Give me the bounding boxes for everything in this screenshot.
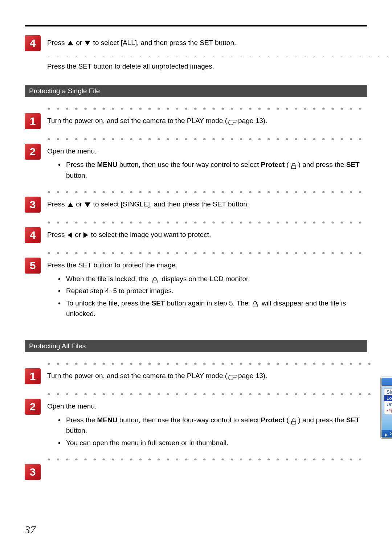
divider-dots: ● ● ● ● ● ● ● ● ● ● ● ● ● ● ● ● ● ● ● ● …: [47, 105, 367, 110]
text: (: [285, 416, 289, 424]
triangle-right-icon: [83, 232, 88, 238]
camera-menu: Single Lock all Unlock all •↰: [384, 389, 392, 414]
text-bold: MENU: [97, 161, 118, 168]
bullet-item: Press the MENU button, then use the four…: [58, 159, 367, 181]
lock-icon: [251, 300, 259, 307]
step-number: 1: [25, 368, 41, 384]
text: Turn the power on, and set the camera to…: [47, 117, 227, 124]
text: button, then use the four-way control to…: [118, 416, 261, 424]
text: Press: [47, 200, 67, 208]
bullet-list: Press the MENU button, then use the four…: [58, 415, 373, 448]
step-number: 4: [25, 35, 41, 51]
text-bold: Protect: [261, 416, 285, 424]
text-bold: SET: [346, 416, 360, 424]
step-text: Open the menu. Press the MENU button, th…: [47, 144, 367, 182]
camera-menu-unlockall: Unlock all: [384, 401, 392, 407]
text: (: [285, 161, 289, 168]
lock-icon: [290, 417, 298, 424]
text: button, then use the four-way control to…: [118, 161, 261, 168]
step-heading: Press the SET button to protect the imag…: [47, 260, 367, 270]
step-text: Press or to select the image you want to…: [47, 227, 367, 240]
triangle-up-icon: [68, 41, 73, 45]
text-bold: Protect: [261, 161, 285, 168]
svg-rect-2: [253, 304, 257, 307]
bullet-item: You can open the menu in full screen or …: [58, 438, 373, 448]
text: to select [ALL], and then press the SET …: [93, 39, 236, 46]
lock-icon: [290, 162, 298, 168]
text: Turn the power on, and set the camera to…: [47, 372, 227, 379]
camera-menu-lockall: Lock all: [384, 395, 392, 401]
text-bold: SET: [152, 299, 165, 307]
step-text: Press the SET button to protect the imag…: [47, 258, 367, 320]
text: page 13).: [238, 117, 267, 124]
text: or: [76, 39, 84, 46]
lock-icon: [151, 276, 159, 283]
text: button.: [66, 427, 87, 434]
divider-dots: ● ● ● ● ● ● ● ● ● ● ● ● ● ● ● ● ● ● ● ● …: [47, 456, 367, 460]
text-bold: MENU: [97, 416, 118, 424]
step-number: 5: [25, 258, 41, 274]
step-number: 4: [25, 227, 41, 243]
page-content: 4 Press or to select [ALL], and then pre…: [25, 25, 367, 480]
text: When the file is locked, the: [66, 275, 150, 283]
text: displays on the LCD monitor.: [160, 275, 250, 283]
bullet-item: Press the MENU button, then use the four…: [58, 415, 373, 436]
text: Press: [47, 39, 67, 46]
step-number: 3: [25, 464, 41, 480]
bullet-item: To unlock the file, press the SET button…: [58, 298, 367, 319]
bullet-item: When the file is locked, the displays on…: [58, 274, 367, 284]
step-text: Press or to select [ALL], and then press…: [47, 35, 392, 72]
step-all-1: 1 Turn the power on, and set the camera …: [25, 368, 373, 384]
step-number: 2: [25, 399, 41, 415]
step-single-3: 3 Press or to select [SINGLE], and then …: [25, 197, 367, 213]
text: page 13).: [238, 372, 267, 379]
section-header-all: Protecting All Files: [25, 340, 367, 352]
text: Press the SET button to delete all unpro…: [47, 61, 392, 71]
text: Select: [390, 431, 392, 436]
triangle-down-icon: [85, 41, 90, 45]
text: To unlock the file, press the: [66, 299, 152, 307]
camera-back-icon: •↰: [384, 407, 392, 414]
bullet-list: When the file is locked, the displays on…: [58, 274, 367, 319]
text: to select the image you want to protect.: [91, 231, 211, 238]
text: button again in step 5. The: [165, 299, 250, 307]
step-top-4: 4 Press or to select [ALL], and then pre…: [25, 35, 367, 72]
text-bold: SET: [346, 161, 360, 168]
page-number: 37: [25, 524, 36, 536]
point-finger-icon: [228, 373, 237, 379]
step-text: Turn the power on, and set the camera to…: [47, 113, 367, 126]
step-text: Open the menu. Press the MENU button, th…: [47, 399, 373, 450]
step-heading: Open the menu.: [47, 401, 373, 411]
svg-rect-3: [291, 421, 296, 424]
step-single-2: 2 Open the menu. Press the MENU button, …: [25, 144, 367, 182]
step-all-3: 3: [25, 464, 367, 480]
right-column: Protect Single Lock all Unlock all •↰: [380, 377, 392, 439]
camera-menu-single: Single: [384, 389, 392, 395]
text: button.: [66, 172, 87, 179]
text: or: [75, 231, 83, 238]
divider-dots: ● ● ● ● ● ● ● ● ● ● ● ● ● ● ● ● ● ● ● ● …: [47, 136, 367, 140]
divider-dots: ● ● ● ● ● ● ● ● ● ● ● ● ● ● ● ● ● ● ● ● …: [47, 219, 367, 223]
step-all-2: 2 Open the menu. Press the MENU button, …: [25, 399, 373, 450]
divider-dots: ● ● ● ● ● ● ● ● ● ● ● ● ● ● ● ● ● ● ● ● …: [47, 360, 373, 365]
camera-title: Protect: [381, 378, 392, 386]
divider-dots: ● ● ● ● ● ● ● ● ● ● ● ● ● ● ● ● ● ● ● ● …: [47, 391, 373, 395]
step-single-1: 1 Turn the power on, and set the camera …: [25, 113, 367, 129]
text: Press the: [66, 416, 97, 424]
triangle-left-icon: [68, 232, 72, 238]
divider-dots: ● ● ● ● ● ● ● ● ● ● ● ● ● ● ● ● ● ● ● ● …: [47, 53, 392, 57]
step-heading: Open the menu.: [47, 146, 367, 156]
step-number: 1: [25, 113, 41, 129]
camera-footer: ▲▼ Select SETOK: [381, 430, 392, 438]
text: ) and press the: [298, 416, 346, 424]
text: to select [SINGLE], and then press the S…: [93, 200, 249, 208]
step-number: 3: [25, 197, 41, 213]
text: ) and press the: [298, 161, 346, 168]
divider-dots: ● ● ● ● ● ● ● ● ● ● ● ● ● ● ● ● ● ● ● ● …: [47, 189, 367, 193]
two-column-layout: ● ● ● ● ● ● ● ● ● ● ● ● ● ● ● ● ● ● ● ● …: [25, 360, 367, 456]
text: Press the: [66, 161, 97, 168]
step-number: 2: [25, 144, 41, 160]
step-text: [47, 464, 367, 466]
step-text: Turn the power on, and set the camera to…: [47, 368, 373, 381]
point-finger-icon: [228, 118, 237, 124]
